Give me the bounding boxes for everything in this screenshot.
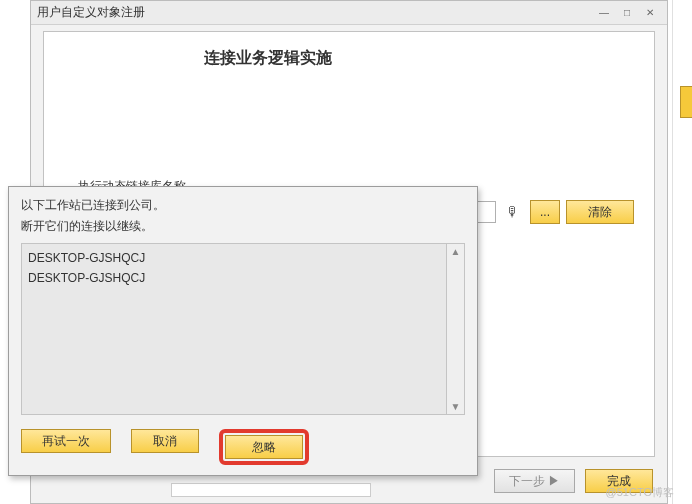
watermark: @51CTO博客 bbox=[606, 485, 674, 500]
list-item[interactable]: DESKTOP-GJSHQCJ bbox=[28, 248, 440, 268]
page-heading: 连接业务逻辑实施 bbox=[204, 48, 644, 69]
background-strip bbox=[171, 483, 371, 497]
list-item[interactable]: DESKTOP-GJSHQCJ bbox=[28, 268, 440, 288]
dialog-footer: 再试一次 取消 忽略 bbox=[21, 429, 309, 465]
scroll-up-icon[interactable]: ▲ bbox=[451, 246, 461, 257]
station-list-wrap: DESKTOP-GJSHQCJ DESKTOP-GJSHQCJ ▲ ▼ bbox=[21, 243, 465, 415]
main-window-title: 用户自定义对象注册 bbox=[37, 4, 592, 21]
dialog-message-line2: 断开它们的连接以继续。 bbox=[21, 218, 465, 235]
dialog-message-line1: 以下工作站已连接到公司。 bbox=[21, 197, 465, 214]
window-close-button[interactable]: ✕ bbox=[639, 5, 661, 21]
retry-button[interactable]: 再试一次 bbox=[21, 429, 111, 453]
page-heading-text: 连接业务逻辑实施 bbox=[204, 48, 332, 69]
main-titlebar: 用户自定义对象注册 — □ ✕ bbox=[31, 1, 667, 25]
station-listbox[interactable]: DESKTOP-GJSHQCJ DESKTOP-GJSHQCJ bbox=[21, 243, 447, 415]
browse-button[interactable]: ... bbox=[530, 200, 560, 224]
connected-stations-dialog: 以下工作站已连接到公司。 断开它们的连接以继续。 DESKTOP-GJSHQCJ… bbox=[8, 186, 478, 476]
right-rail-accent bbox=[680, 86, 692, 118]
cancel-button[interactable]: 取消 bbox=[131, 429, 199, 453]
scroll-down-icon[interactable]: ▼ bbox=[451, 401, 461, 412]
ignore-highlight: 忽略 bbox=[219, 429, 309, 465]
ignore-button[interactable]: 忽略 bbox=[225, 435, 303, 459]
mic-icon: 🎙 bbox=[502, 201, 524, 223]
window-minimize-button[interactable]: — bbox=[593, 5, 615, 21]
right-rail bbox=[672, 0, 692, 504]
listbox-scrollbar[interactable]: ▲ ▼ bbox=[447, 243, 465, 415]
clear-button[interactable]: 清除 bbox=[566, 200, 634, 224]
next-button[interactable]: 下一步 ▶ bbox=[494, 469, 575, 493]
window-maximize-button[interactable]: □ bbox=[616, 5, 638, 21]
